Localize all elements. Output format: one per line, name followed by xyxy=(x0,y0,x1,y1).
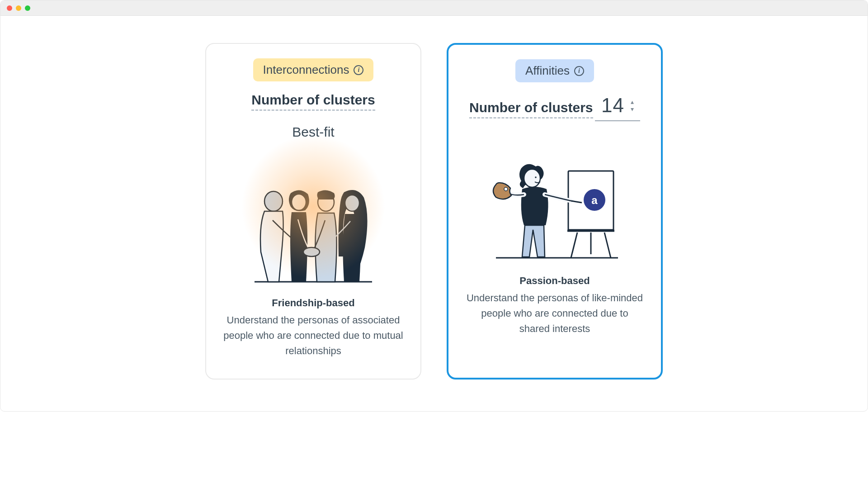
info-icon[interactable]: i xyxy=(354,65,363,75)
affinities-section-label: Number of clusters xyxy=(469,100,593,119)
interconnections-section-label: Number of clusters xyxy=(251,92,375,111)
affinities-desc-title: Passion-based xyxy=(465,273,645,289)
interconnections-tag-label: Interconnections xyxy=(263,63,349,77)
chevron-down-icon[interactable]: ▾ xyxy=(631,106,634,112)
svg-text:a: a xyxy=(591,194,598,206)
stepper-arrows: ▴ ▾ xyxy=(631,99,634,112)
info-icon[interactable]: i xyxy=(574,66,584,76)
cluster-count-value: 14 xyxy=(601,94,624,117)
window-minimize-dot[interactable] xyxy=(16,5,21,11)
app-window: Interconnections i Number of clusters Be… xyxy=(0,0,868,412)
interconnections-card[interactable]: Interconnections i Number of clusters Be… xyxy=(205,43,421,380)
chevron-up-icon[interactable]: ▴ xyxy=(631,99,634,105)
svg-point-14 xyxy=(524,169,540,187)
main-content: Interconnections i Number of clusters Be… xyxy=(0,16,868,411)
affinities-description: Passion-based Understand the personas of… xyxy=(465,273,645,337)
interconnections-illustration xyxy=(222,148,404,284)
svg-point-17 xyxy=(504,187,508,191)
interconnections-desc-title: Friendship-based xyxy=(222,295,404,311)
painter-icon: a xyxy=(482,153,627,261)
affinities-tag: Affinities i xyxy=(515,59,594,82)
window-titlebar xyxy=(0,0,868,16)
interconnections-tag: Interconnections i xyxy=(253,58,374,81)
affinities-desc-body: Understand the personas of like-minded p… xyxy=(467,292,643,334)
interconnections-description: Friendship-based Understand the personas… xyxy=(222,295,404,359)
affinities-tag-label: Affinities xyxy=(525,64,570,78)
svg-line-10 xyxy=(604,233,611,258)
svg-line-9 xyxy=(571,233,577,258)
window-zoom-dot[interactable] xyxy=(25,5,30,11)
affinities-card[interactable]: Affinities i Number of clusters 14 ▴ ▾ xyxy=(447,43,663,380)
affinities-illustration: a xyxy=(465,126,645,261)
cluster-count-stepper[interactable]: 14 ▴ ▾ xyxy=(595,92,640,121)
svg-point-15 xyxy=(535,176,537,178)
interconnections-desc-body: Understand the personas of associated pe… xyxy=(223,314,403,356)
window-close-dot[interactable] xyxy=(7,5,12,11)
glow-background xyxy=(241,134,386,279)
